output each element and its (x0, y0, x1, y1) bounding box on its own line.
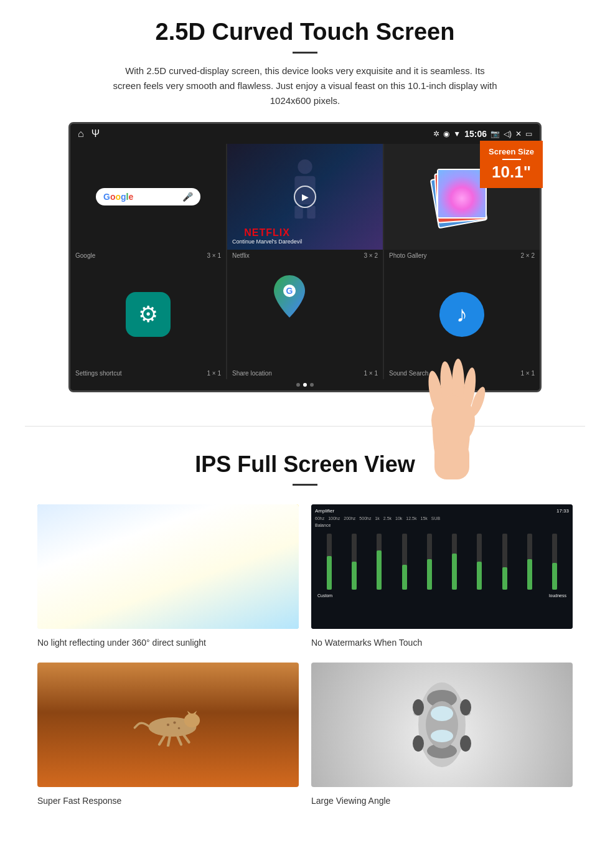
google-app-size: 3 × 1 (207, 252, 221, 259)
badge-title: Screen Size (489, 147, 534, 156)
car-top-view-svg (398, 675, 486, 775)
svg-point-29 (431, 706, 453, 721)
section2-underline (293, 484, 317, 486)
app-cell-settings[interactable]: ⚙ Settings shortcut 1 × 1 (70, 262, 226, 379)
home-icon: ⌂ (78, 128, 84, 139)
status-bar-left: ⌂ Ψ (78, 128, 100, 139)
svg-point-20 (178, 727, 181, 730)
sunlight-label: No light reflecting under 360° direct su… (37, 635, 299, 650)
amp-bar-10 (543, 534, 566, 590)
amp-bar-1 (317, 534, 340, 590)
status-bar-right: ✲ ◉ ▼ 15:06 📷 ◁) ✕ ▭ (433, 129, 532, 139)
feature-watermarks: Amplifier 17:33 60hz100hz200hz500hz1k2.5… (311, 504, 573, 650)
amp-time: 17:33 (556, 508, 569, 514)
amp-bar-6 (443, 534, 466, 590)
section1-title: 2.5D Curved Touch Screen (37, 19, 573, 45)
dot-1 (296, 383, 300, 387)
svg-rect-13 (434, 442, 469, 479)
amp-bar-4 (393, 534, 416, 590)
amp-footer: Custom loudness (315, 592, 569, 599)
badge-size: 10.1" (489, 163, 534, 182)
window-icon: ▭ (525, 130, 532, 138)
hand-area (405, 305, 498, 442)
app-cell-google[interactable]: Google 🎤 Google 3 × 1 (70, 144, 226, 262)
amp-balance-label: Balance (315, 523, 569, 527)
wifi-icon: ▼ (453, 130, 461, 138)
sound-app-size: 1 × 1 (520, 370, 535, 377)
svg-rect-3 (307, 205, 315, 219)
amp-title: Amplifier (315, 508, 334, 514)
svg-point-19 (173, 721, 176, 724)
sunlight-image (37, 504, 299, 629)
camera-icon: 📷 (490, 130, 500, 138)
watermarks-label: No Watermarks When Touch (311, 635, 573, 650)
settings-icon: ⚙ (126, 292, 171, 337)
amp-freq-labels: 60hz100hz200hz500hz1k2.5k10k12.5k15kSUB (315, 516, 569, 521)
feature-cheetah: Super Fast Response (37, 663, 299, 808)
amp-screen: Amplifier 17:33 60hz100hz200hz500hz1k2.5… (311, 504, 573, 629)
usb-icon: Ψ (92, 128, 100, 139)
status-time: 15:06 (464, 129, 487, 139)
dot-3 (310, 383, 314, 387)
amp-header: Amplifier 17:33 (315, 508, 569, 514)
gallery-app-name: Photo Gallery (389, 252, 427, 259)
cheetah-svg (124, 703, 212, 747)
gallery-label-row: Photo Gallery 2 × 2 (384, 250, 540, 262)
gallery-card-3 (437, 169, 487, 219)
volume-icon: ◁) (504, 130, 512, 138)
amp-bar-5 (418, 534, 441, 590)
netflix-subtitle: Continue Marvel's Daredevil (232, 238, 302, 245)
amp-bar-8 (493, 534, 516, 590)
netflix-logo: NETFLIX (232, 227, 302, 238)
maps-icon: G (271, 274, 308, 321)
svg-point-0 (298, 159, 312, 174)
amp-bars (315, 530, 569, 592)
car-image (311, 663, 573, 787)
amplifier-image: Amplifier 17:33 60hz100hz200hz500hz1k2.5… (311, 504, 573, 629)
settings-label-row: Settings shortcut 1 × 1 (70, 367, 226, 379)
hand-svg (405, 305, 498, 479)
app-cell-netflix[interactable]: ▶ NETFLIX Continue Marvel's Daredevil Ne… (227, 144, 383, 262)
google-label-row: Google 3 × 1 (70, 250, 226, 262)
google-app-name: Google (75, 252, 95, 259)
close-icon: ✕ (515, 130, 522, 138)
feature-grid: No light reflecting under 360° direct su… (37, 504, 573, 808)
location-icon: ◉ (443, 130, 449, 138)
cheetah-image (37, 663, 299, 787)
google-mic-icon[interactable]: 🎤 (182, 192, 193, 202)
svg-text:G: G (286, 286, 293, 296)
app-cell-share[interactable]: G Share location 1 × 1 (227, 262, 383, 379)
gallery-app-size: 2 × 2 (520, 252, 535, 259)
svg-point-36 (460, 735, 471, 752)
amp-bar-7 (468, 534, 491, 590)
share-app-size: 1 × 1 (364, 370, 378, 377)
svg-point-18 (167, 724, 169, 726)
settings-app-name: Settings shortcut (75, 370, 121, 377)
feature-sunlight: No light reflecting under 360° direct su… (37, 504, 299, 650)
amp-bar-9 (518, 534, 541, 590)
netflix-app-size: 3 × 2 (364, 252, 378, 259)
svg-point-35 (413, 735, 424, 752)
car-label: Large Viewing Angle (311, 793, 573, 808)
svg-point-33 (413, 699, 424, 715)
badge-line (502, 159, 521, 160)
status-bar: ⌂ Ψ ✲ ◉ ▼ 15:06 📷 ◁) ✕ ▭ (70, 124, 540, 144)
section-ips-screen: IPS Full Screen View No light reflecting… (0, 445, 610, 827)
amp-loudness-label: loudness (549, 593, 566, 598)
section1-description: With 2.5D curved-display screen, this de… (112, 64, 498, 108)
amp-bar-2 (342, 534, 365, 590)
section-curved-screen: 2.5D Curved Touch Screen With 2.5D curve… (0, 0, 610, 407)
app-grid-row1: Google 🎤 Google 3 × 1 (70, 144, 540, 262)
google-search-bar[interactable]: Google 🎤 (96, 188, 200, 205)
netflix-label-row: Netflix 3 × 2 (227, 250, 383, 262)
screen-size-badge: Screen Size 10.1" (480, 141, 543, 188)
netflix-play-button[interactable]: ▶ (294, 186, 316, 208)
svg-point-34 (460, 699, 471, 715)
feature-car: Large Viewing Angle (311, 663, 573, 808)
settings-app-size: 1 × 1 (207, 370, 221, 377)
bluetooth-icon: ✲ (433, 130, 439, 138)
svg-point-12 (431, 395, 475, 445)
share-label-row: Share location 1 × 1 (227, 367, 383, 379)
cheetah-label: Super Fast Response (37, 793, 299, 808)
svg-point-15 (184, 714, 200, 727)
